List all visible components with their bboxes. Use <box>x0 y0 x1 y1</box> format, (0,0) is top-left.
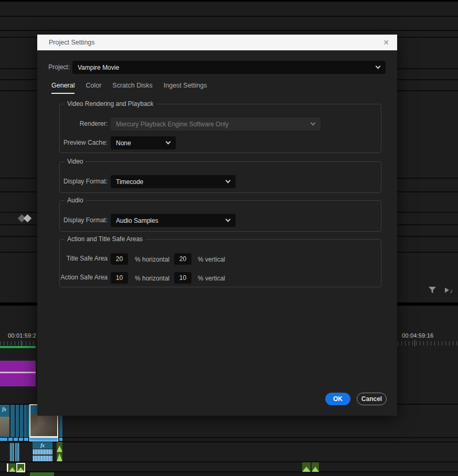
track-row <box>0 472 458 476</box>
renderer-dropdown-value: Mercury Playback Engine Software Only <box>116 121 229 128</box>
title-safe-horizontal-input[interactable] <box>111 253 128 265</box>
preview-cache-dropdown-value: None <box>116 139 131 147</box>
audio-clip-green-selected[interactable] <box>16 463 25 472</box>
dialog-titlebar[interactable]: Project Settings <box>37 35 397 50</box>
section-legend: Video <box>65 158 86 165</box>
audio-clip[interactable] <box>10 443 14 461</box>
audio-clip-collapsed[interactable] <box>0 438 7 441</box>
track-divider <box>0 0 458 2</box>
video-display-format-value: Timecode <box>116 178 143 186</box>
waveform <box>57 452 62 461</box>
horizontal-suffix-label: % horizontal <box>135 275 169 282</box>
vertical-suffix-label: % vertical <box>198 256 225 263</box>
chevron-down-icon <box>311 121 316 126</box>
preview-cache-label: Preview Cache: <box>37 139 108 146</box>
title-safe-area-label: Title Safe Area <box>37 255 108 262</box>
tab-color[interactable]: Color <box>86 82 101 94</box>
fx-badge: fx <box>40 442 45 448</box>
title-safe-vertical-input[interactable] <box>174 253 191 265</box>
audio-display-format-label: Display Format: <box>37 217 108 224</box>
project-dropdown[interactable]: Vampire Movie <box>72 61 386 74</box>
audio-clip-collapsed[interactable] <box>59 438 62 441</box>
audio-clip-green[interactable] <box>312 462 319 472</box>
tab-ingest-settings[interactable]: Ingest Settings <box>164 82 207 94</box>
waveform <box>33 456 52 461</box>
preview-cache-dropdown[interactable]: None <box>111 136 176 149</box>
project-settings-dialog: Project Settings ✕ Project: Vampire Movi… <box>37 35 397 416</box>
fx-badge: fx <box>2 406 6 412</box>
action-safe-horizontal-input[interactable] <box>111 272 128 284</box>
action-safe-vertical-input[interactable] <box>174 272 191 284</box>
timeline-timecode-left: 00:01:59:2 <box>8 332 36 339</box>
close-icon[interactable]: ✕ <box>381 38 391 47</box>
waveform <box>33 449 52 455</box>
tab-scratch-disks[interactable]: Scratch Disks <box>112 82 152 94</box>
tab-general[interactable]: General <box>51 82 74 94</box>
audio-display-format-value: Audio Samples <box>116 217 158 224</box>
vertical-suffix-label: % vertical <box>198 275 225 282</box>
svg-text:♪: ♪ <box>450 287 453 295</box>
audio-clip-green[interactable] <box>302 462 311 472</box>
audio-clip-collapsed-selected[interactable] <box>29 437 58 441</box>
ok-button[interactable]: OK <box>325 393 350 405</box>
section-legend: Action and Title Safe Areas <box>65 235 145 243</box>
track-divider <box>0 461 458 462</box>
audio-clip-fx[interactable]: fx <box>33 442 52 461</box>
project-dropdown-value: Vampire Movie <box>78 64 119 71</box>
timeline-timecode-right: 00:04:59:16 <box>402 332 433 339</box>
timeline-ruler[interactable] <box>398 341 458 345</box>
clip-trim-handle[interactable] <box>7 463 8 472</box>
chevron-down-icon <box>166 139 171 145</box>
waveform <box>17 467 24 471</box>
dialog-tabs: General Color Scratch Disks Ingest Setti… <box>51 82 207 94</box>
video-clip[interactable] <box>24 405 27 437</box>
waveform <box>312 466 319 472</box>
video-clip-purple[interactable] <box>0 361 36 386</box>
audio-clip-green[interactable] <box>9 463 16 472</box>
audio-clip[interactable] <box>15 443 19 461</box>
filter-icon[interactable] <box>428 286 436 294</box>
project-label: Project: <box>37 63 70 71</box>
track-divider <box>0 30 458 31</box>
section-legend: Audio <box>65 197 86 204</box>
action-safe-area-label: Action Safe Area <box>37 274 108 281</box>
renderer-label: Renderer: <box>37 120 108 127</box>
video-clip[interactable] <box>10 405 15 437</box>
chevron-down-icon <box>226 217 231 222</box>
track-divider <box>0 16 458 17</box>
video-display-format-dropdown[interactable]: Timecode <box>111 175 236 188</box>
clip-thumbnail <box>30 414 57 436</box>
clip-divider <box>0 372 36 373</box>
section-legend: Video Rendering and Playback <box>65 100 156 107</box>
video-display-format-label: Display Format: <box>37 178 108 185</box>
video-clip[interactable] <box>20 405 23 437</box>
dialog-title: Project Settings <box>49 39 95 46</box>
chevron-down-icon <box>226 178 231 183</box>
audio-clip-collapsed[interactable] <box>8 438 29 441</box>
transition-diamond-icon[interactable] <box>24 214 32 223</box>
play-audio-icon[interactable]: ♪ <box>443 286 455 294</box>
renderer-dropdown[interactable]: Mercury Playback Engine Software Only <box>111 117 321 131</box>
chevron-down-icon <box>376 64 381 69</box>
track-divider <box>0 437 458 438</box>
track-divider <box>0 441 458 442</box>
premiere-workspace: ♪ 00:01:59:2 00:04:59:16 fx fx <box>0 0 458 476</box>
waveform <box>9 467 16 472</box>
waveform <box>302 466 311 472</box>
render-bar <box>0 346 36 348</box>
cancel-button[interactable]: Cancel <box>357 393 387 405</box>
video-clip[interactable] <box>16 405 19 437</box>
audio-display-format-dropdown[interactable]: Audio Samples <box>111 214 236 227</box>
clip-thumbnail <box>0 417 9 436</box>
clip-thumbnail-detail <box>38 416 44 425</box>
audio-clip-green[interactable] <box>30 472 54 476</box>
audio-clip-green[interactable] <box>57 442 62 461</box>
waveform <box>57 445 62 452</box>
timeline-ruler <box>414 340 415 347</box>
horizontal-suffix-label: % horizontal <box>135 256 169 263</box>
timeline-ruler[interactable] <box>0 341 37 345</box>
